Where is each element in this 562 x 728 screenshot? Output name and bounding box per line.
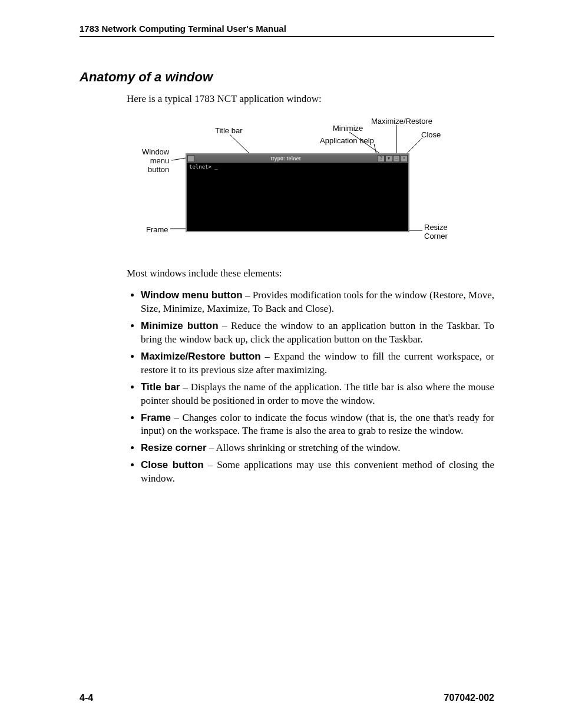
page-number: 4-4 (80, 693, 93, 703)
document-number: 707042-002 (444, 693, 494, 703)
window-menu-button-icon (187, 155, 194, 162)
elements-list: Window menu button – Provides modificati… (127, 289, 494, 486)
page-footer: 4-4 707042-002 (80, 693, 494, 703)
term: Resize corner (141, 442, 207, 453)
sample-titlebar: ttyp0: telnet ? ▾ □ • (187, 154, 408, 163)
titlebar-buttons: ? ▾ □ • (377, 155, 408, 162)
close-icon: • (401, 155, 408, 162)
sample-window-title: ttyp0: telnet (194, 156, 377, 162)
help-icon: ? (378, 155, 385, 162)
label-maximize-restore: Maximize/Restore (371, 117, 432, 126)
term: Maximize/Restore button (141, 351, 261, 362)
maximize-icon: □ (393, 155, 400, 162)
label-title-bar: Title bar (215, 126, 242, 135)
term: Close button (141, 459, 204, 470)
list-item: Resize corner – Allows shrinking or stre… (141, 442, 494, 455)
label-frame: Frame (146, 225, 168, 234)
label-application-help: Application help (320, 136, 374, 145)
list-item: Frame – Changes color to indicate the fo… (141, 411, 494, 439)
list-item: Close button – Some applications may use… (141, 459, 494, 486)
svg-line-0 (230, 134, 250, 154)
label-minimize: Minimize (333, 124, 363, 133)
elements-intro: Most windows include these elements: (127, 268, 494, 279)
list-item: Minimize button – Reduce the window to a… (141, 319, 494, 347)
term: Title bar (141, 381, 180, 393)
label-window-menu-button: Window menu button (142, 147, 169, 174)
minimize-icon: ▾ (385, 155, 392, 162)
desc: – Displays the name of the application. … (141, 381, 494, 406)
intro-text: Here is a typical 1783 NCT application w… (127, 93, 494, 105)
term: Frame (141, 412, 171, 423)
section-title: Anatomy of a window (80, 70, 494, 85)
running-header: 1783 Network Computing Terminal User's M… (80, 24, 494, 37)
terminal-prompt: telnet> _ (187, 163, 408, 171)
term: Minimize button (141, 320, 219, 331)
term: Window menu button (141, 289, 243, 301)
list-item: Title bar – Displays the name of the app… (141, 381, 494, 408)
window-anatomy-diagram: Title bar Minimize Maximize/Restore Appl… (133, 114, 462, 250)
page: 1783 Network Computing Terminal User's M… (0, 0, 562, 728)
sample-window: ttyp0: telnet ? ▾ □ • telnet> _ (186, 153, 409, 232)
list-item: Window menu button – Provides modificati… (141, 289, 494, 316)
label-close: Close (421, 130, 441, 139)
desc: – Allows shrinking or stretching of the … (207, 442, 401, 453)
list-item: Maximize/Restore button – Expand the win… (141, 350, 494, 377)
label-resize-corner: Resize Corner (424, 223, 448, 241)
desc: – Changes color to indicate the focus wi… (141, 412, 494, 437)
